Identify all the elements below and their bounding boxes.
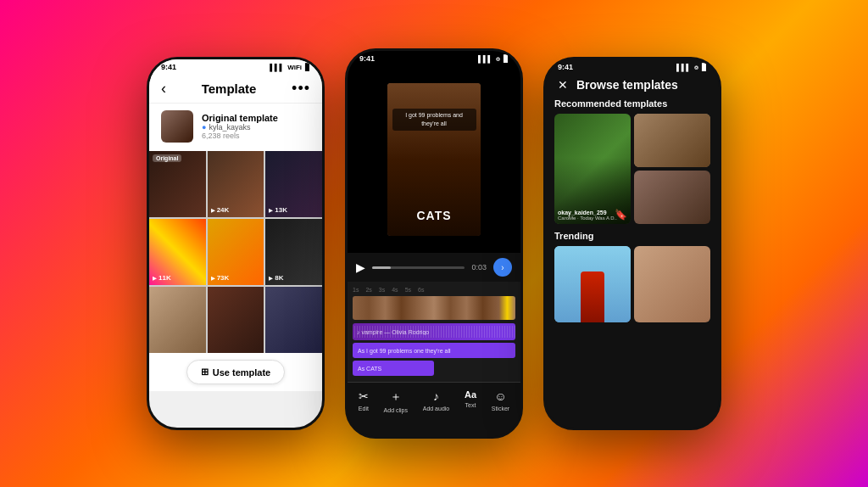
nav-bar-1: ‹ Template ••• (149, 75, 322, 104)
rec-cell-secondary (634, 114, 710, 224)
use-template-icon: ⊞ (201, 367, 209, 378)
status-time-1: 9:41 (161, 63, 176, 71)
template-name: Original template (202, 113, 278, 123)
close-button[interactable]: ✕ (558, 78, 568, 92)
play-button[interactable]: ▶ (356, 260, 365, 274)
text-icon: Aa (465, 389, 476, 400)
trend-figure-1 (581, 271, 604, 322)
text-track-2[interactable]: As CATS (353, 361, 434, 376)
clip-strip[interactable] (353, 296, 515, 320)
recommended-grid: okay_kaiden_259 CaroMe · Today Was A D..… (554, 114, 710, 224)
nav-title-1: Template (202, 81, 257, 96)
grid-cell-7[interactable] (149, 287, 206, 353)
cell-count-3: 13K (269, 206, 287, 214)
audio-label: ♪ vampire — Olivia Rodrigo (357, 329, 429, 335)
rec-cell-main[interactable]: okay_kaiden_259 CaroMe · Today Was A D..… (554, 114, 631, 224)
trend-cell-1[interactable] (554, 246, 631, 322)
wifi-icon-2: ⌾ (496, 55, 500, 63)
bookmark-icon[interactable]: 🔖 (615, 209, 627, 221)
progress-track[interactable] (372, 266, 465, 269)
wifi-icon: WiFi (287, 64, 302, 71)
use-template-button[interactable]: ⊞ Use template (186, 360, 285, 384)
video-overlay-text: I got 99 problems and they're all (392, 109, 476, 131)
add-clips-label: Add clips (384, 407, 408, 413)
add-audio-label: Add audio (423, 406, 450, 411)
ruler-1s: 1s (353, 287, 359, 293)
grid-cell-4[interactable]: 11K (149, 219, 206, 285)
back-button[interactable]: ‹ (161, 80, 166, 98)
grid-cell-1[interactable]: Original (149, 151, 206, 217)
recommended-section: Recommended templates okay_kaiden_259 Ca… (546, 98, 719, 231)
playback-bar: ▶ 0:03 › (348, 253, 520, 282)
add-clips-tool[interactable]: ＋ Add clips (384, 389, 408, 413)
edit-tool[interactable]: ✂ Edit (359, 389, 369, 413)
cell-count-6: 8K (269, 274, 283, 282)
trending-grid (554, 246, 710, 322)
sticker-icon: ☺ (494, 389, 506, 403)
grid-cell-5[interactable]: 73K (208, 219, 264, 285)
grid-cell-3[interactable]: 13K (265, 151, 322, 217)
time-display: 0:03 (471, 263, 487, 271)
phone-template: 9:41 ▌▌▌ WiFi ▊ ‹ Template ••• Original … (147, 57, 325, 430)
ruler-marks: 1s 2s 3s 4s 5s 6s (353, 287, 424, 293)
template-info: Original template ● kyla_kayaks 6,238 re… (202, 113, 278, 140)
sticker-label: Sticker (492, 406, 509, 411)
wifi-icon-3: ⌾ (694, 64, 698, 71)
cats-text-overlay: CATS (416, 209, 451, 222)
status-icons-3: ▌▌▌ ⌾ ▊ (676, 64, 707, 71)
text-label: Text (465, 402, 476, 408)
cell-count-4: 11K (153, 274, 171, 282)
rec-cell-bottom[interactable] (634, 171, 710, 224)
next-button[interactable]: › (493, 258, 512, 277)
cell-count-2: 24K (211, 206, 230, 214)
template-avatar (161, 110, 193, 143)
video-preview[interactable]: I got 99 problems and they're all CATS (348, 66, 520, 253)
signal-icon-2: ▌▌▌ (478, 55, 492, 63)
signal-icon-3: ▌▌▌ (676, 64, 691, 71)
grid-cell-2[interactable]: 24K (208, 151, 264, 217)
editor-toolbar: ✂ Edit ＋ Add clips ♪ Add audio Aa Text ☺… (348, 382, 520, 420)
browse-title: Browse templates (576, 78, 707, 92)
video-grid: Original 24K 13K 11K 73K 8K (149, 151, 322, 353)
grid-cell-9[interactable] (265, 287, 322, 353)
recommended-title: Recommended templates (554, 98, 710, 109)
grid-cell-6[interactable]: 8K (265, 219, 322, 285)
ruler-6s: 6s (418, 287, 424, 293)
add-audio-icon: ♪ (433, 389, 439, 403)
rec-cell-top[interactable] (634, 114, 710, 167)
signal-icon: ▌▌▌ (270, 64, 284, 71)
text-track-1[interactable]: As I got 99 problems one they're all (353, 343, 515, 358)
sticker-tool[interactable]: ☺ Sticker (492, 389, 509, 413)
text-tool[interactable]: Aa Text (465, 389, 476, 413)
use-template-bar: ⊞ Use template (149, 353, 322, 391)
timeline-area[interactable]: 1s 2s 3s 4s 5s 6s ♪ vampire — Olivia Rod… (348, 282, 520, 382)
add-clips-icon: ＋ (390, 389, 402, 405)
more-options-button[interactable]: ••• (292, 80, 310, 98)
add-audio-tool[interactable]: ♪ Add audio (423, 389, 450, 413)
phone-editor: 9:41 ▌▌▌ ⌾ ▊ I got 99 problems and they'… (345, 48, 523, 439)
original-label: Original (153, 154, 181, 162)
ruler-2s: 2s (365, 287, 371, 293)
template-header: Original template ● kyla_kayaks 6,238 re… (149, 104, 322, 151)
text-track-1-label: As I got 99 problems one they're all (358, 348, 451, 354)
phone-browse: 9:41 ▌▌▌ ⌾ ▊ ✕ Browse templates Recommen… (543, 57, 721, 430)
verified-icon: ● (202, 123, 206, 132)
status-bar-1: 9:41 ▌▌▌ WiFi ▊ (149, 59, 322, 75)
reels-count: 6,238 reels (202, 132, 278, 140)
status-time-2: 9:41 (359, 54, 375, 63)
battery-icon-2: ▊ (504, 55, 509, 63)
edit-label: Edit (359, 406, 369, 411)
ruler-3s: 3s (379, 287, 385, 293)
cats-label: CATS (416, 209, 451, 222)
progress-fill (372, 266, 391, 269)
battery-icon: ▊ (305, 64, 310, 71)
grid-cell-8[interactable] (208, 287, 264, 353)
phone-2-screen: 9:41 ▌▌▌ ⌾ ▊ I got 99 problems and they'… (348, 51, 520, 436)
trending-section: Trending (546, 231, 719, 322)
audio-track[interactable]: ♪ vampire — Olivia Rodrigo (353, 323, 515, 340)
cell-count-5: 73K (211, 274, 230, 282)
text-track-2-label: As CATS (358, 366, 381, 372)
trending-title: Trending (554, 231, 710, 241)
status-icons-2: ▌▌▌ ⌾ ▊ (478, 55, 509, 63)
trend-cell-2[interactable] (634, 246, 710, 322)
